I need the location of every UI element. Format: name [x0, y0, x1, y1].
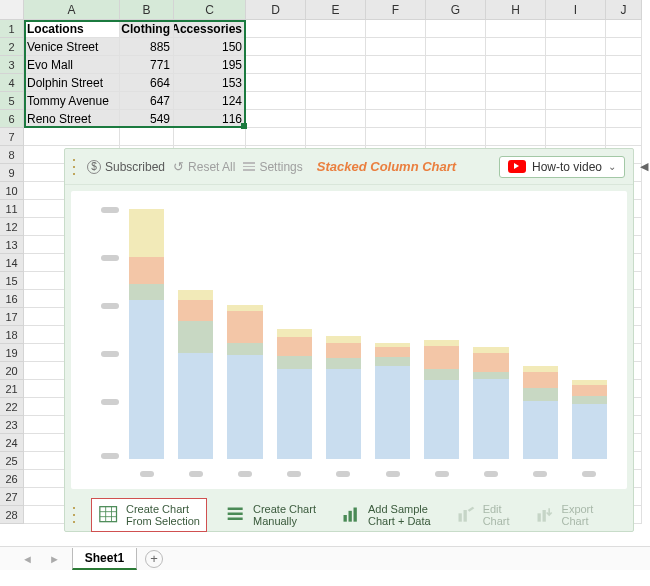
- cell-A6[interactable]: Reno Street: [24, 110, 120, 128]
- cell-G4[interactable]: [426, 74, 486, 92]
- row-header-7[interactable]: 7: [0, 128, 24, 146]
- col-header-H[interactable]: H: [486, 0, 546, 20]
- cell-A4[interactable]: Dolphin Street: [24, 74, 120, 92]
- cell-J7[interactable]: [606, 128, 642, 146]
- cell-D2[interactable]: [246, 38, 306, 56]
- col-header-F[interactable]: F: [366, 0, 426, 20]
- cell-G5[interactable]: [426, 92, 486, 110]
- cell-H4[interactable]: [486, 74, 546, 92]
- cell-D7[interactable]: [246, 128, 306, 146]
- cell-G6[interactable]: [426, 110, 486, 128]
- cell-G2[interactable]: [426, 38, 486, 56]
- tab-nav-prev[interactable]: ◄: [18, 553, 37, 565]
- add-sheet-button[interactable]: +: [145, 550, 163, 568]
- cell-D6[interactable]: [246, 110, 306, 128]
- cell-H3[interactable]: [486, 56, 546, 74]
- row-header-4[interactable]: 4: [0, 74, 24, 92]
- row-header-23[interactable]: 23: [0, 416, 24, 434]
- cell-E4[interactable]: [306, 74, 366, 92]
- cell-F1[interactable]: [366, 20, 426, 38]
- row-header-10[interactable]: 10: [0, 182, 24, 200]
- cell-G1[interactable]: [426, 20, 486, 38]
- row-header-16[interactable]: 16: [0, 290, 24, 308]
- edit-chart-button[interactable]: EditChart: [449, 499, 516, 531]
- row-header-15[interactable]: 15: [0, 272, 24, 290]
- cell-D5[interactable]: [246, 92, 306, 110]
- col-header-D[interactable]: D: [246, 0, 306, 20]
- sheet-tab-sheet1[interactable]: Sheet1: [72, 548, 137, 570]
- cell-I5[interactable]: [546, 92, 606, 110]
- cell-I3[interactable]: [546, 56, 606, 74]
- col-header-E[interactable]: E: [306, 0, 366, 20]
- cell-G3[interactable]: [426, 56, 486, 74]
- settings-button[interactable]: Settings: [243, 160, 302, 174]
- col-header-B[interactable]: B: [120, 0, 174, 20]
- cell-D3[interactable]: [246, 56, 306, 74]
- cell-A2[interactable]: Venice Street: [24, 38, 120, 56]
- row-header-24[interactable]: 24: [0, 434, 24, 452]
- cell-I2[interactable]: [546, 38, 606, 56]
- row-header-12[interactable]: 12: [0, 218, 24, 236]
- cell-A3[interactable]: Evo Mall: [24, 56, 120, 74]
- row-header-28[interactable]: 28: [0, 506, 24, 524]
- cell-C2[interactable]: 150: [174, 38, 246, 56]
- col-header-C[interactable]: C: [174, 0, 246, 20]
- row-header-22[interactable]: 22: [0, 398, 24, 416]
- reset-all-button[interactable]: ↺ Reset All: [173, 159, 235, 174]
- row-header-5[interactable]: 5: [0, 92, 24, 110]
- cell-E2[interactable]: [306, 38, 366, 56]
- row-header-20[interactable]: 20: [0, 362, 24, 380]
- row-header-6[interactable]: 6: [0, 110, 24, 128]
- row-header-17[interactable]: 17: [0, 308, 24, 326]
- cell-C3[interactable]: 195: [174, 56, 246, 74]
- cell-I1[interactable]: [546, 20, 606, 38]
- row-header-1[interactable]: 1: [0, 20, 24, 38]
- cell-A7[interactable]: [24, 128, 120, 146]
- cell-A1[interactable]: Locations: [24, 20, 120, 38]
- row-header-19[interactable]: 19: [0, 344, 24, 362]
- cell-J3[interactable]: [606, 56, 642, 74]
- cell-J5[interactable]: [606, 92, 642, 110]
- cell-E1[interactable]: [306, 20, 366, 38]
- select-all-corner[interactable]: [0, 0, 24, 20]
- cell-J1[interactable]: [606, 20, 642, 38]
- row-header-13[interactable]: 13: [0, 236, 24, 254]
- add-sample-button[interactable]: Add SampleChart + Data: [334, 499, 437, 531]
- drag-handle-icon[interactable]: [73, 159, 79, 175]
- export-chart-button[interactable]: ExportChart: [528, 499, 600, 531]
- cell-F6[interactable]: [366, 110, 426, 128]
- cell-B1[interactable]: Clothing: [120, 20, 174, 38]
- cell-H7[interactable]: [486, 128, 546, 146]
- row-header-11[interactable]: 11: [0, 200, 24, 218]
- cell-F4[interactable]: [366, 74, 426, 92]
- cell-F7[interactable]: [366, 128, 426, 146]
- cell-F3[interactable]: [366, 56, 426, 74]
- cell-J4[interactable]: [606, 74, 642, 92]
- cell-C1[interactable]: Accessories: [174, 20, 246, 38]
- cell-I7[interactable]: [546, 128, 606, 146]
- drag-handle-icon[interactable]: [73, 507, 79, 523]
- row-header-21[interactable]: 21: [0, 380, 24, 398]
- cell-E3[interactable]: [306, 56, 366, 74]
- cell-H6[interactable]: [486, 110, 546, 128]
- create-chart-from-selection-button[interactable]: Create ChartFrom Selection: [91, 498, 207, 532]
- row-header-26[interactable]: 26: [0, 470, 24, 488]
- cell-E6[interactable]: [306, 110, 366, 128]
- row-header-3[interactable]: 3: [0, 56, 24, 74]
- cell-I4[interactable]: [546, 74, 606, 92]
- row-header-27[interactable]: 27: [0, 488, 24, 506]
- cell-B2[interactable]: 885: [120, 38, 174, 56]
- cell-B3[interactable]: 771: [120, 56, 174, 74]
- cell-C6[interactable]: 116: [174, 110, 246, 128]
- row-header-14[interactable]: 14: [0, 254, 24, 272]
- cell-C5[interactable]: 124: [174, 92, 246, 110]
- tab-nav-next[interactable]: ►: [45, 553, 64, 565]
- cell-E5[interactable]: [306, 92, 366, 110]
- cell-A5[interactable]: Tommy Avenue: [24, 92, 120, 110]
- row-header-18[interactable]: 18: [0, 326, 24, 344]
- cell-F2[interactable]: [366, 38, 426, 56]
- cell-B4[interactable]: 664: [120, 74, 174, 92]
- cell-C4[interactable]: 153: [174, 74, 246, 92]
- create-chart-manually-button[interactable]: Create ChartManually: [219, 499, 322, 531]
- cell-B6[interactable]: 549: [120, 110, 174, 128]
